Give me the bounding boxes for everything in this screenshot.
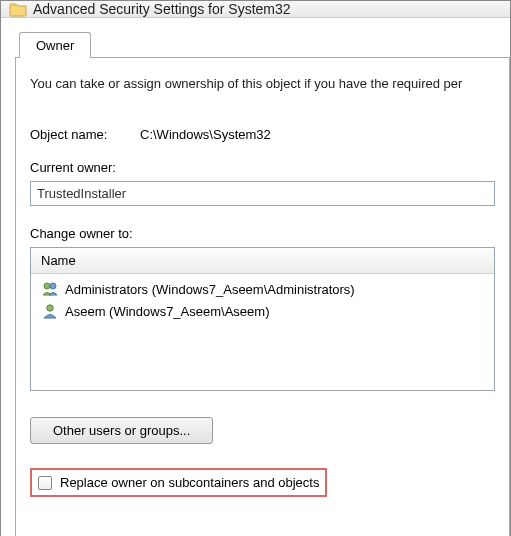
list-item[interactable]: Administrators (Windows7_Aseem\Administr… [31, 278, 494, 300]
replace-owner-checkbox[interactable] [38, 476, 52, 490]
replace-owner-label: Replace owner on subcontainers and objec… [60, 475, 319, 490]
description-text: You can take or assign ownership of this… [30, 76, 495, 91]
user-icon [41, 303, 59, 319]
tab-panel-owner: You can take or assign ownership of this… [15, 57, 510, 536]
list-item-label: Administrators (Windows7_Aseem\Administr… [65, 282, 355, 297]
other-users-button[interactable]: Other users or groups... [30, 417, 213, 444]
folder-icon [9, 1, 27, 17]
svg-point-2 [47, 305, 53, 311]
window-frame: Advanced Security Settings for System32 … [0, 0, 511, 536]
list-item-label: Aseem (Windows7_Aseem\Aseem) [65, 304, 269, 319]
owner-listbox[interactable]: Name Administrators (Windows7_Aseem\Admi… [30, 247, 495, 391]
object-name-value: C:\Windows\System32 [140, 127, 271, 142]
group-icon [41, 281, 59, 297]
current-owner-label: Current owner: [30, 160, 495, 175]
window-title: Advanced Security Settings for System32 [33, 1, 291, 17]
tab-owner[interactable]: Owner [19, 32, 91, 58]
change-owner-label: Change owner to: [30, 226, 495, 241]
replace-owner-row[interactable]: Replace owner on subcontainers and objec… [30, 468, 327, 497]
list-header-name[interactable]: Name [31, 248, 494, 274]
svg-point-0 [44, 283, 50, 289]
object-name-row: Object name: C:\Windows\System32 [30, 127, 495, 142]
current-owner-field: TrustedInstaller [30, 181, 495, 206]
list-item[interactable]: Aseem (Windows7_Aseem\Aseem) [31, 300, 494, 322]
svg-point-1 [50, 283, 56, 289]
tab-strip: Owner [19, 32, 510, 58]
list-body: Administrators (Windows7_Aseem\Administr… [31, 274, 494, 390]
titlebar: Advanced Security Settings for System32 [1, 1, 510, 18]
content-area: Owner You can take or assign ownership o… [1, 18, 510, 536]
object-name-label: Object name: [30, 127, 140, 142]
